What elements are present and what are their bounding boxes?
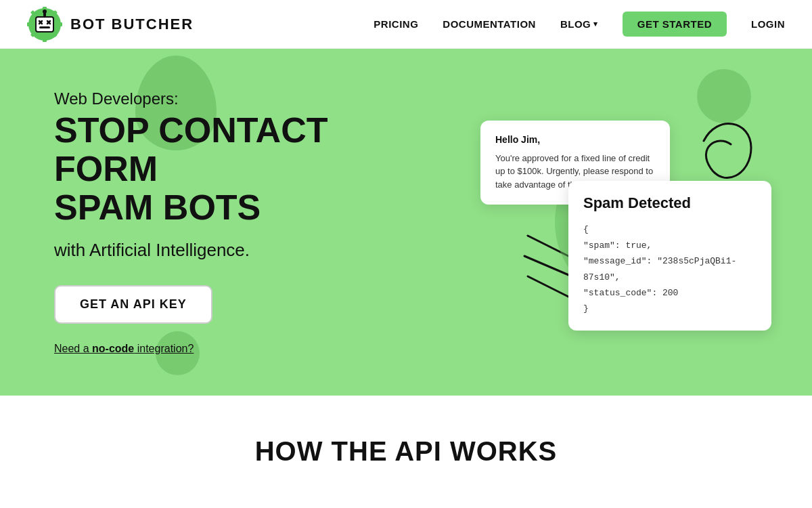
no-code-link[interactable]: Need a no-code integration?	[54, 343, 406, 355]
spam-card-code: { "spam": true, "message_id": "238s5cPja…	[583, 221, 757, 316]
nav-pricing[interactable]: PRICING	[374, 18, 418, 30]
chevron-down-icon: ▾	[593, 20, 598, 28]
svg-rect-4	[58, 22, 62, 26]
svg-rect-3	[27, 22, 31, 26]
svg-rect-2	[43, 38, 47, 42]
logo-icon	[27, 7, 62, 42]
svg-point-16	[43, 9, 47, 14]
spam-card-title: Spam Detected	[583, 194, 757, 212]
hero-subtitle: Web Developers:	[54, 89, 406, 108]
svg-line-17	[528, 236, 568, 256]
hero-description: with Artificial Intelligence.	[54, 240, 406, 261]
svg-rect-9	[36, 17, 53, 32]
get-started-button[interactable]: GET STARTED	[623, 12, 727, 37]
hero-title: STOP CONTACT FORM SPAM BOTS	[54, 111, 406, 228]
nav-links: PRICING DOCUMENTATION BLOG ▾ GET STARTED…	[374, 12, 785, 37]
svg-line-18	[524, 256, 572, 276]
nav-blog[interactable]: BLOG ▾	[560, 18, 598, 30]
get-api-key-button[interactable]: GET AN API KEY	[54, 285, 212, 324]
spam-detected-card: Spam Detected { "spam": true, "message_i…	[568, 181, 771, 330]
hero-illustration: Hello Jim, You're approved for a fixed l…	[460, 100, 771, 344]
nav-documentation[interactable]: DOCUMENTATION	[443, 18, 536, 30]
svg-line-19	[528, 276, 568, 297]
navbar: BOT BUTCHER PRICING DOCUMENTATION BLOG ▾…	[0, 0, 812, 49]
svg-rect-14	[39, 26, 50, 28]
logo-area[interactable]: BOT BUTCHER	[27, 7, 194, 42]
hero-section: Web Developers: STOP CONTACT FORM SPAM B…	[0, 49, 812, 396]
how-section: HOW THE API WORKS	[0, 396, 812, 494]
brand-name: BOT BUTCHER	[70, 16, 194, 33]
hero-content: Web Developers: STOP CONTACT FORM SPAM B…	[54, 89, 406, 355]
login-button[interactable]: LOGIN	[751, 18, 785, 30]
email-greeting: Hello Jim,	[495, 134, 655, 145]
how-title: HOW THE API WORKS	[27, 436, 785, 467]
